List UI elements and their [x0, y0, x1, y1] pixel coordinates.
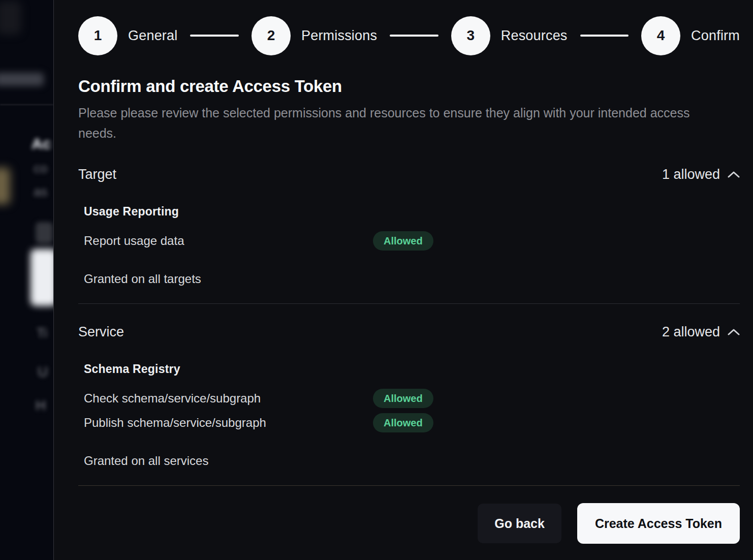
section-title: Target: [78, 167, 116, 182]
step-number-badge: 1: [78, 16, 117, 55]
background-page-blurred: Ac co as Ti U H: [0, 0, 53, 560]
step-connector-line: [190, 35, 239, 37]
modal-footer: Go back Create Access Token: [78, 503, 740, 544]
create-access-token-button[interactable]: Create Access Token: [577, 503, 740, 544]
chevron-up-icon: [728, 171, 740, 178]
step-permissions[interactable]: 2 Permissions: [252, 16, 377, 55]
go-back-button[interactable]: Go back: [478, 504, 561, 543]
create-access-token-modal: 1 General 2 Permissions 3 Resources 4 Co…: [53, 0, 753, 560]
blurred-icon-tile: [36, 222, 53, 243]
page-description: Please please review the selected permis…: [78, 103, 708, 143]
blurred-text-fragment: U: [38, 364, 48, 380]
step-number-badge: 2: [252, 16, 291, 55]
step-confirm[interactable]: 4 Confirm: [641, 16, 740, 55]
blurred-text-fragment: H: [36, 397, 46, 414]
permission-label: Publish schema/service/subgraph: [84, 416, 373, 430]
status-badge-allowed: Allowed: [373, 231, 433, 251]
allowed-count: 2 allowed: [662, 324, 720, 340]
step-label: General: [128, 28, 177, 44]
step-label: Resources: [501, 28, 568, 44]
granted-scope-note: Granted on all targets: [84, 272, 740, 286]
blurred-text-line: [0, 73, 44, 86]
blurred-heading-fragment: Ac: [32, 135, 51, 152]
permission-label: Check schema/service/subgraph: [84, 391, 373, 406]
blurred-logo: [0, 1, 21, 35]
allowed-count: 1 allowed: [662, 167, 720, 182]
blurred-white-card: [30, 249, 53, 306]
step-connector-line: [580, 35, 629, 37]
blurred-yellow-button: [0, 168, 10, 204]
section-collapse-toggle-service[interactable]: 2 allowed: [662, 324, 740, 340]
section-title: Service: [78, 324, 124, 340]
section-divider: [78, 303, 740, 304]
step-general[interactable]: 1 General: [78, 16, 177, 55]
wizard-stepper: 1 General 2 Permissions 3 Resources 4 Co…: [78, 16, 740, 55]
blurred-text-fragment: Ti: [37, 325, 47, 341]
permission-row: Check schema/service/subgraph Allowed: [84, 389, 740, 408]
status-badge-allowed: Allowed: [373, 389, 433, 408]
blurred-text-fragment: co: [34, 161, 47, 176]
permission-row: Publish schema/service/subgraph Allowed: [84, 413, 740, 432]
permission-label: Report usage data: [84, 234, 373, 248]
section-collapse-toggle-target[interactable]: 1 allowed: [662, 167, 740, 182]
footer-divider: [78, 485, 740, 486]
permission-group-title: Usage Reporting: [84, 205, 740, 219]
step-connector-line: [390, 35, 438, 37]
permission-group-title: Schema Registry: [84, 362, 740, 376]
granted-scope-note: Granted on all services: [84, 454, 740, 468]
step-number-badge: 3: [451, 16, 490, 55]
step-label: Confirm: [691, 28, 740, 44]
section-header-target: Target 1 allowed: [78, 167, 740, 182]
chevron-up-icon: [728, 328, 740, 336]
section-header-service: Service 2 allowed: [78, 324, 740, 340]
blurred-divider: [0, 104, 53, 105]
page-title: Confirm and create Access Token: [78, 77, 740, 96]
step-number-badge: 4: [641, 16, 680, 55]
step-label: Permissions: [301, 28, 377, 44]
step-resources[interactable]: 3 Resources: [451, 16, 568, 55]
blurred-text-fragment: as: [34, 184, 47, 200]
permission-row: Report usage data Allowed: [84, 231, 740, 251]
status-badge-allowed: Allowed: [373, 413, 433, 432]
